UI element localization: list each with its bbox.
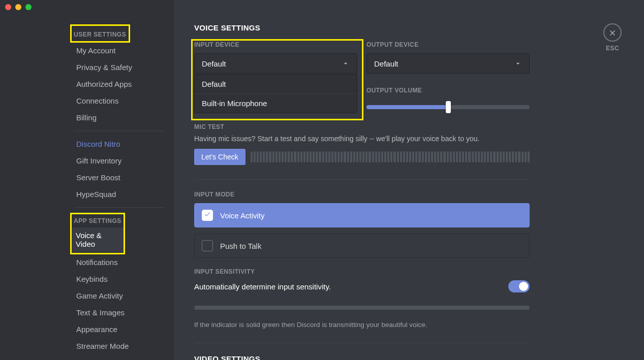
page-title: Voice Settings [194,23,624,32]
input-device-selected: Default [202,59,226,68]
sidebar-item-discord-nitro[interactable]: Discord Nitro [72,136,167,152]
mic-level-meter [251,151,530,162]
input-sensitivity-label: Input Sensitivity [194,268,624,275]
sidebar-item-my-account[interactable]: My Account [72,43,167,58]
output-volume-slider[interactable] [366,101,530,113]
output-device-label: Output Device [366,41,530,48]
toggle-knob-icon [519,282,528,291]
settings-sidebar: User Settings My AccountPrivacy & Safety… [0,0,174,360]
chevron-down-icon [514,59,522,68]
sidebar-item-server-boost[interactable]: Server Boost [72,170,167,185]
output-volume-label: Output Volume [366,87,530,94]
output-device-selected: Default [374,59,398,68]
sidebar-item-notifications[interactable]: Notifications [72,254,167,270]
close-icon [608,28,617,37]
minimize-window-icon[interactable] [15,4,21,10]
mic-test-button[interactable]: Let's Check [194,149,246,165]
sensitivity-note: If the indicator is solid green then Dis… [194,321,530,329]
checkbox-icon [202,210,213,221]
push-to-talk-label: Push to Talk [220,242,261,250]
sidebar-divider [74,130,165,131]
sidebar-item-gift-inventory[interactable]: Gift Inventory [72,153,167,169]
sidebar-item-appearance[interactable]: Appearance [72,321,167,337]
sidebar-item-authorized-apps[interactable]: Authorized Apps [72,76,167,92]
checkbox-icon [202,240,213,251]
maximize-window-icon[interactable] [25,4,32,10]
window-traffic-lights [5,4,32,10]
sidebar-item-keybinds[interactable]: Keybinds [72,271,167,287]
sidebar-section-user-settings: User Settings [72,28,128,41]
close-window-icon[interactable] [5,4,11,10]
input-mode-push-to-talk[interactable]: Push to Talk [194,234,530,258]
input-device-dropdown: Default Built-in Microphone [194,74,357,113]
input-device-option-default[interactable]: Default [195,75,357,93]
close-button[interactable] [603,23,622,42]
sidebar-section-app-settings: App Settings [72,214,124,227]
auto-sensitivity-text: Automatically determine input sensitivit… [194,282,331,291]
sidebar-item-streamer-mode[interactable]: Streamer Mode [72,338,167,354]
input-mode-voice-activity[interactable]: Voice Activity [194,203,530,227]
sidebar-item-text-images[interactable]: Text & Images [72,305,167,320]
sidebar-item-privacy-safety[interactable]: Privacy & Safety [72,59,167,75]
auto-sensitivity-toggle[interactable] [508,280,530,292]
input-device-label: Input Device [194,41,357,48]
sensitivity-indicator [194,306,530,310]
sidebar-item-game-activity[interactable]: Game Activity [72,288,167,304]
output-device-select[interactable]: Default [366,53,530,74]
sidebar-divider [74,207,165,208]
input-mode-label: Input Mode [194,191,624,198]
esc-label: ESC [603,45,622,52]
mic-test-label: Mic Test [194,123,624,130]
input-device-option-builtin-mic[interactable]: Built-in Microphone [195,93,357,113]
voice-activity-label: Voice Activity [220,211,265,220]
settings-content: ESC Voice Settings Input Device Default … [174,0,644,360]
sidebar-item-hypesquad[interactable]: HypeSquad [72,186,167,202]
mic-test-help: Having mic issues? Start a test and say … [194,135,624,143]
sidebar-item-voice-and-video[interactable]: Voice & Video [72,227,124,252]
sidebar-item-billing[interactable]: Billing [72,110,167,125]
sidebar-item-connections[interactable]: Connections [72,93,167,109]
input-device-select[interactable]: Default Default Built-in Microphone [194,53,357,74]
chevron-down-icon [342,59,350,68]
sidebar-item-language[interactable]: Language [72,355,167,360]
video-settings-title: Video Settings [194,354,624,360]
close-settings: ESC [603,23,622,52]
